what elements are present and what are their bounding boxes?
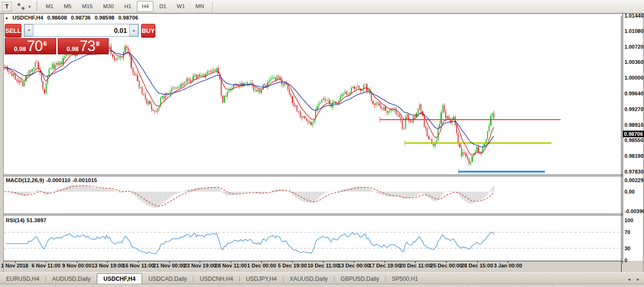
time-axis-label: 10 Dec 11:00 bbox=[307, 263, 339, 268]
high-value: 0.98736 bbox=[71, 15, 91, 20]
time-axis-label: 17 Dec 19:00 bbox=[369, 263, 401, 268]
price-axis-label: 0.98910 bbox=[624, 122, 644, 128]
indicator-axis-label: 70 bbox=[624, 229, 630, 235]
time-axis-label: 6 Nov 11:00 bbox=[31, 263, 61, 268]
toolbar-grip bbox=[36, 2, 38, 11]
indicator-axis-label: 100 bbox=[624, 217, 633, 223]
time-axis-label: 13 Dec 00:00 bbox=[338, 263, 370, 268]
rsi-label: RSI(14)51.3897 bbox=[6, 217, 48, 223]
price-axis-label: 1.00720 bbox=[624, 44, 644, 50]
status-bar bbox=[0, 284, 644, 287]
close-value: 0.98706 bbox=[118, 15, 138, 20]
sell-price-pip: 6 bbox=[43, 40, 47, 47]
price-axis-label: 0.99640 bbox=[624, 91, 644, 96]
price-axis-label: 0.99270 bbox=[624, 106, 644, 112]
indicator-axis-label: 30 bbox=[624, 246, 630, 251]
tab-scroll-left-icon[interactable]: ◂ bbox=[628, 277, 630, 282]
buy-price-panel[interactable]: 0.98 73 8 bbox=[58, 38, 109, 54]
statusbar-divider bbox=[133, 285, 133, 287]
buy-price-pip: 8 bbox=[96, 40, 100, 47]
chart-tab-xauusd[interactable]: XAUUSD,Daily bbox=[284, 274, 334, 284]
price-axis-label: 1.00360 bbox=[624, 59, 644, 65]
statusbar-divider bbox=[467, 285, 468, 287]
open-value: 0.98608 bbox=[47, 15, 67, 20]
text-label-tool-icon[interactable]: T bbox=[2, 2, 12, 11]
statusbar-divider bbox=[93, 285, 93, 287]
time-axis-label: 1 Nov 2018 bbox=[1, 263, 28, 268]
price-axis-label: 1.01080 bbox=[624, 28, 644, 34]
time-axis-label: 1 Dec 00:00 bbox=[247, 263, 276, 268]
timeframe-button-m15[interactable]: M15 bbox=[77, 1, 97, 12]
chart-tab-usdjpy[interactable]: USDJPY,H4 bbox=[240, 274, 283, 284]
timeframe-button-d1[interactable]: D1 bbox=[154, 1, 171, 12]
low-value: 0.98598 bbox=[94, 15, 114, 20]
timeframe-button-h1[interactable]: H1 bbox=[120, 1, 136, 12]
chart-tab-eurusd[interactable]: EURUSD,H4 bbox=[0, 274, 45, 284]
time-axis-label: 25 Dec 00:00 bbox=[430, 263, 462, 268]
one-click-trading-panel: SELL ▾ ▴ BUY 0.98 70 6 0.98 73 8 bbox=[5, 24, 109, 54]
timeframe-group: M1M5M15M30H1H4D1W1MN bbox=[41, 0, 209, 13]
statusbar-divider bbox=[286, 285, 286, 287]
timeframe-button-mn[interactable]: MN bbox=[191, 1, 209, 12]
chart-tab-usdchf[interactable]: USDCHF,H4 bbox=[97, 273, 142, 284]
mt4-application: { "toolbar": { "icons": { "text_tool": "… bbox=[0, 0, 644, 287]
volume-decrease-button[interactable]: ▾ bbox=[24, 24, 33, 36]
time-axis-label: 21 Nov 00:00 bbox=[153, 263, 185, 268]
volume-increase-button[interactable]: ▴ bbox=[129, 24, 138, 36]
buy-price-prefix: 0.98 bbox=[67, 45, 79, 52]
time-axis-label: 5 Dec 19:00 bbox=[278, 263, 307, 268]
time-axis-label: 28 Dec 15:00 bbox=[461, 263, 493, 268]
chevron-down-icon[interactable]: ▾ bbox=[27, 2, 32, 11]
statusbar-divider bbox=[55, 285, 55, 287]
chart-tab-usdcnh[interactable]: USDCNH,H4 bbox=[194, 274, 239, 284]
timeframe-button-m1[interactable]: M1 bbox=[41, 1, 58, 12]
indicator-axis-label: 0 bbox=[624, 257, 627, 263]
tab-scroll-right-icon[interactable]: ▸ bbox=[637, 277, 639, 282]
price-axis-label: 1.01440 bbox=[624, 13, 644, 19]
buy-button[interactable]: BUY bbox=[141, 24, 155, 38]
toolbar-separator bbox=[212, 1, 213, 12]
buy-price-main: 73 bbox=[80, 39, 95, 53]
statusbar-divider bbox=[219, 285, 220, 287]
tab-scroll-controls: ◂▸ bbox=[628, 277, 639, 282]
time-axis-label: 28 Nov 11:00 bbox=[215, 263, 247, 268]
indicator-axis-label: 0.002297 bbox=[624, 177, 644, 183]
time-axis-label: 16 Nov 11:00 bbox=[123, 263, 154, 268]
timeframe-button-w1[interactable]: W1 bbox=[172, 1, 190, 12]
chart-tabbar: EURUSD,H4AUDUSD,DailyUSDCHF,H4USDCAD,Dai… bbox=[0, 272, 644, 284]
chart-tab-sp500[interactable]: SP500,H1 bbox=[386, 274, 424, 284]
price-axis-label: 0.98550 bbox=[624, 137, 644, 143]
chart-tab-audusd[interactable]: AUDUSD,Daily bbox=[46, 274, 97, 284]
chart-window: ▲ USDCHF,H4 0.98608 0.98736 0.98598 0.98… bbox=[0, 13, 644, 272]
indicator-axis-label: -0.003904 bbox=[624, 208, 644, 214]
price-axis-label: 1.00000 bbox=[624, 75, 644, 81]
ohlc-header: ▲ USDCHF,H4 0.98608 0.98736 0.98598 0.98… bbox=[5, 15, 141, 20]
time-axis-label: 9 Nov 00:00 bbox=[62, 263, 92, 268]
sell-price-prefix: 0.98 bbox=[14, 45, 26, 52]
time-axis-label: 13 Nov 19:00 bbox=[92, 263, 123, 268]
time-axis-label: 23 Nov 19:00 bbox=[184, 263, 216, 268]
sell-price-panel[interactable]: 0.98 70 6 bbox=[5, 38, 56, 54]
timeframe-button-m30[interactable]: M30 bbox=[98, 1, 118, 12]
volume-control: ▾ ▴ bbox=[24, 24, 139, 37]
chart-tab-gbpusd[interactable]: GBPUSD,Daily bbox=[335, 274, 386, 284]
volume-input[interactable] bbox=[33, 24, 129, 36]
indicator-axis-label: 0.00 bbox=[624, 189, 634, 195]
timeframe-button-m5[interactable]: M5 bbox=[59, 1, 76, 12]
timeframe-button-h4[interactable]: H4 bbox=[137, 1, 153, 12]
arrows-tool-icon[interactable] bbox=[16, 2, 26, 11]
current-price-badge: 0.98706 bbox=[623, 131, 644, 137]
statusbar-divider bbox=[367, 285, 368, 287]
macd-label: MACD(12,26,9)-0.000110-0.001015 bbox=[6, 177, 99, 183]
time-axis-label: 20 Dec 11:00 bbox=[400, 263, 431, 268]
header-marker-icon: ▲ bbox=[5, 16, 9, 20]
sell-price-main: 70 bbox=[27, 39, 42, 53]
toolbar: T ▾ M1M5M15M30H1H4D1W1MN bbox=[0, 0, 644, 13]
price-axis-label: 0.98190 bbox=[624, 153, 644, 159]
sell-button[interactable]: SELL bbox=[5, 24, 21, 38]
price-axis-label: 0.97830 bbox=[624, 169, 644, 174]
chart-tab-usdcad[interactable]: USDCAD,Daily bbox=[142, 274, 193, 284]
time-axis-label: 3 Jan 00:00 bbox=[494, 263, 522, 268]
symbol-timeframe: USDCHF,H4 bbox=[12, 15, 43, 20]
statusbar-divider bbox=[553, 285, 553, 287]
